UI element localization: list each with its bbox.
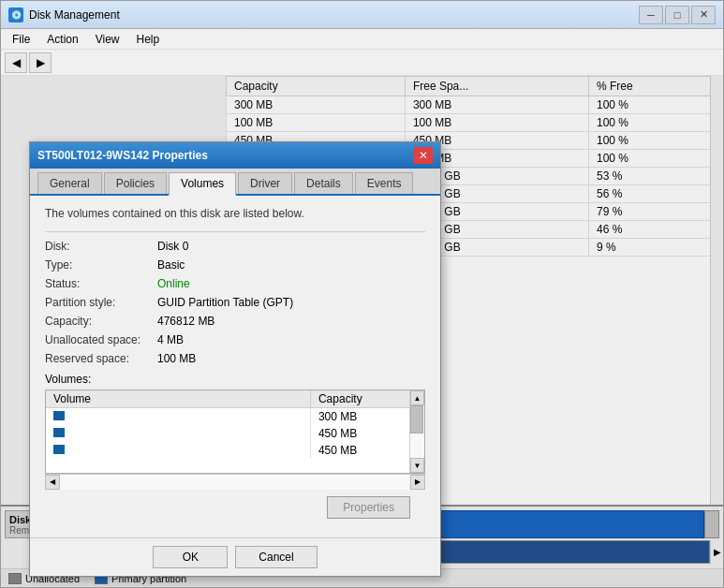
prop-label-disk: Disk: [45,240,157,253]
dialog-footer: OK Cancel [30,537,440,576]
volumes-section-label: Volumes: [45,373,425,386]
vol-cap-0: 300 MB [310,408,423,426]
back-button[interactable]: ◀ [5,52,27,73]
ok-button[interactable]: OK [153,546,228,568]
prop-type: Type: Basic [45,258,425,272]
window-title: Disk Management [29,8,639,22]
volumes-scrollbar-v[interactable]: ▲ ▼ [409,390,424,473]
vol-col-volume[interactable]: Volume [46,390,310,408]
prop-label-unalloc: Unallocated space: [45,333,157,346]
dialog-actions: Properties [45,489,425,526]
menu-bar: File Action View Help [1,29,723,50]
prop-disk: Disk: Disk 0 [45,240,425,253]
menu-action[interactable]: Action [39,31,85,48]
volumes-table: Volume Capacity 300 [46,390,424,459]
dialog-tabs: General Policies Volumes Driver Details … [30,169,440,196]
menu-help[interactable]: Help [129,31,168,48]
cancel-button[interactable]: Cancel [235,546,317,568]
menu-view[interactable]: View [88,31,127,48]
dialog-description: The volumes contained on this disk are l… [45,207,425,220]
prop-value-unalloc: 4 MB [157,333,184,346]
toolbar: ◀ ▶ [1,50,723,76]
scroll-left-arrow[interactable]: ◀ [45,475,60,490]
dialog-separator [45,231,425,232]
prop-value-disk: Disk 0 [157,240,188,253]
scroll-thumb-v[interactable] [410,405,423,434]
menu-file[interactable]: File [5,31,37,48]
dialog-titlebar: ST500LT012-9WS142 Properties ✕ [30,142,440,169]
scroll-track-v[interactable] [410,405,424,458]
prop-value-reserved: 100 MB [157,352,196,365]
title-bar: 💿 Disk Management ─ □ ✕ [1,1,723,29]
tab-events[interactable]: Events [355,172,414,194]
tab-general[interactable]: General [37,172,102,194]
vol-icon-2 [53,445,65,454]
volumes-scrollbar-h[interactable]: ◀ ▶ [45,474,425,489]
prop-label-capacity: Capacity: [45,315,157,328]
dialog-title: ST500LT012-9WS142 Properties [37,149,414,162]
prop-partition-style: Partition style: GUID Partition Table (G… [45,296,425,309]
tab-policies[interactable]: Policies [104,172,167,194]
scroll-up-arrow[interactable]: ▲ [410,390,424,405]
scroll-track-h[interactable] [60,475,410,490]
tab-driver[interactable]: Driver [238,172,292,194]
properties-dialog: ST500LT012-9WS142 Properties ✕ General P… [29,141,441,577]
vol-row-2[interactable]: 450 MB [46,442,424,459]
tab-volumes[interactable]: Volumes [169,172,236,196]
tab-details[interactable]: Details [294,172,353,194]
vol-row-1[interactable]: 450 MB [46,425,424,442]
volumes-table-wrapper: Volume Capacity 300 [45,390,425,474]
prop-label-reserved: Reserved space: [45,352,157,365]
close-button[interactable]: ✕ [691,6,716,24]
prop-value-status: Online [157,277,190,290]
prop-value-type: Basic [157,258,185,272]
dialog-close-button[interactable]: ✕ [414,147,433,164]
prop-unalloc: Unallocated space: 4 MB [45,333,425,346]
vol-col-capacity[interactable]: Capacity [310,390,423,408]
main-content: Capacity Free Spa... % Free 300 MB 300 M… [1,76,723,587]
main-window: 💿 Disk Management ─ □ ✕ File Action View… [0,0,724,588]
scroll-down-arrow[interactable]: ▼ [410,458,424,473]
prop-capacity: Capacity: 476812 MB [45,315,425,328]
vol-row-0[interactable]: 300 MB [46,408,424,426]
prop-label-status: Status: [45,277,157,290]
forward-button[interactable]: ▶ [29,52,52,73]
scroll-right-arrow[interactable]: ▶ [410,475,425,490]
prop-status: Status: Online [45,277,425,290]
vol-cap-1: 450 MB [310,425,423,442]
dialog-body: The volumes contained on this disk are l… [30,196,440,537]
vol-cap-2: 450 MB [310,442,423,459]
prop-value-capacity: 476812 MB [157,315,214,328]
prop-label-partition: Partition style: [45,296,157,309]
prop-reserved: Reserved space: 100 MB [45,352,425,365]
window-controls: ─ □ ✕ [639,6,716,24]
properties-button[interactable]: Properties [327,496,410,519]
app-icon: 💿 [8,7,23,22]
vol-icon-1 [53,428,65,437]
prop-label-type: Type: [45,258,157,272]
dialog-overlay: ST500LT012-9WS142 Properties ✕ General P… [1,76,723,587]
vol-icon-0 [53,411,65,420]
minimize-button[interactable]: ─ [639,6,663,24]
maximize-button[interactable]: □ [665,6,689,24]
prop-value-partition: GUID Partition Table (GPT) [157,296,293,309]
